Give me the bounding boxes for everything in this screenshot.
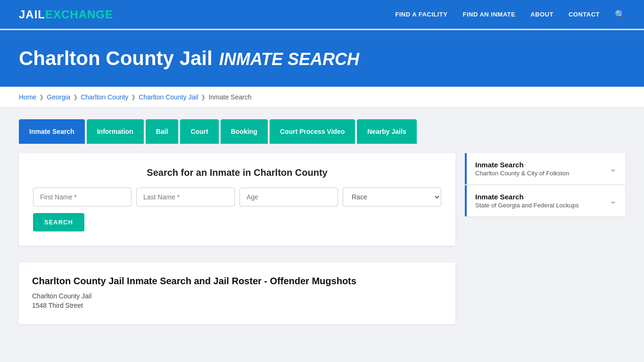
main-nav: FIND A FACILITY FIND AN INMATE ABOUT CON…: [395, 9, 625, 20]
breadcrumb-sep-2: ❱: [73, 94, 78, 100]
nav-about[interactable]: ABOUT: [530, 11, 553, 18]
tab-inmate-search[interactable]: Inmate Search: [19, 119, 85, 144]
info-line1: Charlton County Jail: [32, 292, 442, 300]
content-area: Inmate Search Information Bail Court Boo…: [0, 108, 644, 336]
tab-nearby-jails[interactable]: Nearby Jails: [357, 119, 417, 144]
header: JAILEXCHANGE FIND A FACILITY FIND AN INM…: [0, 0, 644, 30]
nav-find-facility[interactable]: FIND A FACILITY: [395, 11, 447, 18]
tab-court[interactable]: Court: [180, 119, 218, 144]
race-select[interactable]: Race White Black Hispanic Asian Other: [343, 188, 441, 206]
sidebar-card-1-subtitle: Charlton County & City of Folkston: [475, 170, 569, 177]
nav-find-inmate[interactable]: FIND AN INMATE: [462, 11, 515, 18]
nav-contact[interactable]: CONTACT: [569, 11, 600, 18]
sidebar-card-1-title: Inmate Search: [475, 161, 569, 169]
chevron-down-icon-2: ⌄: [610, 196, 617, 206]
hero-title-main: Charlton County Jail: [19, 47, 213, 70]
sidebar-card-2-title: Inmate Search: [475, 193, 579, 201]
logo[interactable]: JAILEXCHANGE: [19, 8, 113, 21]
search-panel: Search for an Inmate in Charlton County …: [19, 153, 455, 246]
main-layout: Search for an Inmate in Charlton County …: [19, 153, 625, 324]
breadcrumb-sep-1: ❱: [39, 94, 44, 100]
first-name-input[interactable]: [33, 188, 132, 206]
tab-bail[interactable]: Bail: [146, 119, 179, 144]
breadcrumb-charlton-county-jail[interactable]: Charlton County Jail: [139, 93, 198, 101]
breadcrumb-georgia[interactable]: Georgia: [47, 93, 70, 101]
info-panel: Charlton County Jail Inmate Search and J…: [19, 263, 455, 324]
search-fields: Race White Black Hispanic Asian Other: [33, 188, 441, 206]
breadcrumb-bar: Home ❱ Georgia ❱ Charlton County ❱ Charl…: [0, 87, 644, 108]
sidebar-card-2-subtitle: State of Georgia and Federal Lockups: [475, 202, 579, 209]
tab-information[interactable]: Information: [87, 119, 144, 144]
sidebar-card-1[interactable]: Inmate Search Charlton County & City of …: [465, 153, 625, 184]
search-button[interactable]: SEARCH: [33, 213, 84, 231]
sidebar-card-1-content: Inmate Search Charlton County & City of …: [475, 161, 569, 177]
breadcrumb-inmate-search: Inmate Search: [208, 93, 251, 101]
search-panel-title: Search for an Inmate in Charlton County: [33, 167, 441, 178]
info-panel-title: Charlton County Jail Inmate Search and J…: [32, 276, 442, 287]
breadcrumb-home[interactable]: Home: [19, 93, 36, 101]
breadcrumb: Home ❱ Georgia ❱ Charlton County ❱ Charl…: [19, 93, 625, 101]
tab-court-process-video[interactable]: Court Process Video: [270, 119, 355, 144]
sidebar-card-2-content: Inmate Search State of Georgia and Feder…: [475, 193, 579, 209]
tab-bar: Inmate Search Information Bail Court Boo…: [19, 119, 625, 144]
sidebar-card-2[interactable]: Inmate Search State of Georgia and Feder…: [465, 185, 625, 216]
left-panel: Search for an Inmate in Charlton County …: [19, 153, 455, 324]
breadcrumb-sep-3: ❱: [131, 94, 136, 100]
info-line2: 1548 Third Street: [32, 302, 442, 309]
logo-exchange: EXCHANGE: [45, 8, 113, 21]
age-input[interactable]: [239, 188, 338, 206]
sidebar: Inmate Search Charlton County & City of …: [465, 153, 625, 216]
hero-title-sub: INMATE SEARCH: [219, 49, 359, 69]
search-icon[interactable]: 🔍: [615, 9, 625, 20]
chevron-down-icon-1: ⌄: [610, 164, 617, 174]
tab-booking[interactable]: Booking: [221, 119, 268, 144]
last-name-input[interactable]: [136, 188, 235, 206]
hero-banner: Charlton County Jail INMATE SEARCH: [0, 30, 644, 87]
logo-jail: JAIL: [19, 8, 45, 21]
breadcrumb-sep-4: ❱: [201, 94, 206, 100]
breadcrumb-charlton-county[interactable]: Charlton County: [81, 93, 128, 101]
